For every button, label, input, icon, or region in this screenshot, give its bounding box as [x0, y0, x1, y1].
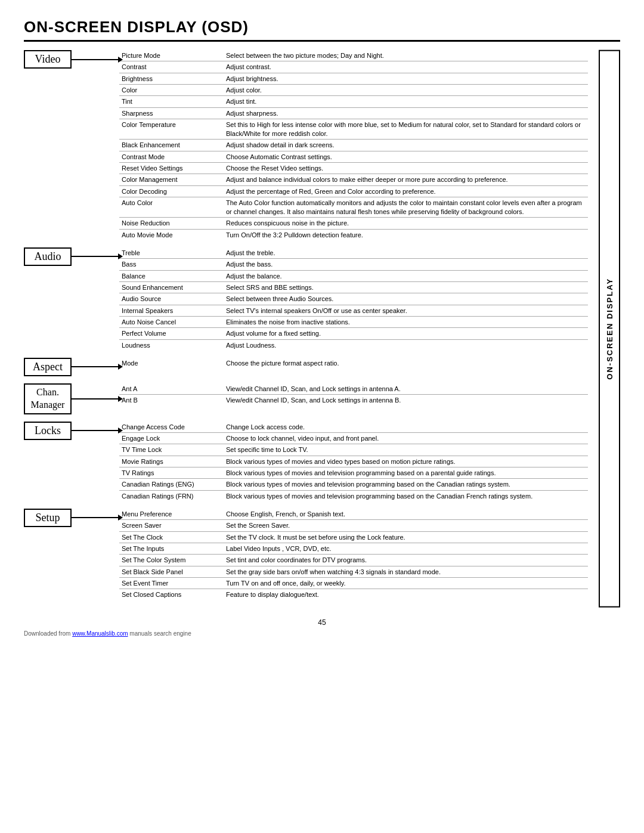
item-name: Auto Movie Mode [119, 229, 224, 240]
video-section: Video Picture ModeSelect between the two… [24, 50, 588, 240]
item-name: Set Closed Captions [119, 589, 224, 600]
table-row: Menu PreferenceChoose English, French, o… [119, 509, 588, 520]
table-row: Color TemperatureSet this to High for le… [119, 119, 588, 140]
table-row: Ant AView/edit Channel ID, Scan, and Loc… [119, 383, 588, 395]
table-row: TV RatingsBlock various types of movies … [119, 467, 588, 478]
item-desc: Adjust contrast. [224, 61, 588, 73]
item-desc: Set tint and color coordinates for DTV p… [224, 555, 588, 566]
table-row: Black EnhancementAdjust shadow detail in… [119, 140, 588, 151]
item-desc: Adjust and balance individual colors to … [224, 174, 588, 185]
item-desc: Label Video Inputs , VCR, DVD, etc. [224, 543, 588, 554]
item-name: Bass [119, 259, 224, 270]
item-name: Audio Source [119, 293, 224, 305]
video-table: Picture ModeSelect between the two pictu… [119, 50, 588, 240]
aspect-label-box: Aspect [24, 358, 72, 376]
item-desc: Set the TV clock. It must be set before … [224, 531, 588, 543]
footer-link[interactable]: www.Manualslib.com [72, 630, 128, 637]
setup-label-box: Setup [24, 509, 72, 527]
table-row: Contrast ModeChoose Automatic Contrast s… [119, 151, 588, 162]
setup-section: Setup Menu PreferenceChoose English, Fre… [24, 509, 588, 600]
item-desc: Adjust color. [224, 85, 588, 96]
item-desc: Turn On/Off the 3:2 Pulldown detection f… [224, 229, 588, 240]
item-name: Balance [119, 270, 224, 281]
chan-arrow [72, 398, 119, 400]
table-row: Change Access CodeChange Lock access cod… [119, 422, 588, 433]
table-row: ContrastAdjust contrast. [119, 61, 588, 73]
table-row: Canadian Ratings (ENG)Block various type… [119, 479, 588, 490]
item-name: Set Event Timer [119, 578, 224, 589]
table-row: Auto Movie ModeTurn On/Off the 3:2 Pulld… [119, 229, 588, 240]
table-row: LoudnessAdjust Loudness. [119, 339, 588, 351]
aspect-label: Aspect [33, 361, 63, 373]
setup-table: Menu PreferenceChoose English, French, o… [119, 509, 588, 600]
audio-items: TrebleAdjust the treble.BassAdjust the b… [119, 247, 588, 351]
table-row: TV Time LockSet specific time to Lock TV… [119, 444, 588, 456]
table-row: SharpnessAdjust sharpness. [119, 107, 588, 119]
content-area: Video Picture ModeSelect between the two… [24, 50, 599, 608]
item-name: TV Ratings [119, 467, 224, 478]
item-name: Change Access Code [119, 422, 224, 433]
item-desc: Select between three Audio Sources. [224, 293, 588, 305]
item-desc: The Auto Color function automatically mo… [224, 197, 588, 217]
table-row: Set The InputsLabel Video Inputs , VCR, … [119, 543, 588, 554]
setup-items: Menu PreferenceChoose English, French, o… [119, 509, 588, 600]
locks-label: Locks [35, 425, 61, 436]
item-name: Color Decoding [119, 185, 224, 197]
locks-section: Locks Change Access CodeChange Lock acce… [24, 422, 588, 501]
item-name: Color Management [119, 174, 224, 185]
table-row: Perfect VolumeAdjust volume for a fixed … [119, 328, 588, 339]
item-name: Set The Inputs [119, 543, 224, 554]
locks-items: Change Access CodeChange Lock access cod… [119, 422, 588, 501]
chan-label2: Manager [30, 399, 66, 411]
item-name: Color [119, 85, 224, 96]
item-name: Black Enhancement [119, 140, 224, 151]
chan-label: Chan. [30, 386, 66, 399]
table-row: Noise ReductionReduces conspicuous noise… [119, 218, 588, 229]
table-row: Color ManagementAdjust and balance indiv… [119, 174, 588, 185]
item-desc: Block various types of movies and televi… [224, 490, 588, 501]
audio-label-box: Audio [24, 247, 72, 266]
item-desc: Adjust the balance. [224, 270, 588, 281]
table-row: Movie RatingsBlock various types of movi… [119, 456, 588, 467]
aspect-items: ModeChoose the picture format aspect rat… [119, 358, 588, 368]
item-desc: Adjust sharpness. [224, 107, 588, 119]
item-desc: Adjust shadow detail in dark screens. [224, 140, 588, 151]
setup-label-col: Setup [24, 509, 119, 527]
video-label-box: Video [24, 50, 72, 69]
table-row: Internal SpeakersSelect TV's internal sp… [119, 305, 588, 316]
item-name: Auto Noise Cancel [119, 316, 224, 327]
item-desc: Adjust volume for a fixed setting. [224, 328, 588, 339]
table-row: Set The ClockSet the TV clock. It must b… [119, 531, 588, 543]
table-row: Set Closed CaptionsFeature to display di… [119, 589, 588, 600]
page-title: ON-SCREEN DISPLAY (OSD) [24, 18, 620, 36]
item-name: Picture Mode [119, 50, 224, 61]
item-name: Sound Enhancement [119, 281, 224, 293]
setup-arrow [72, 517, 119, 518]
item-desc: Choose the picture format aspect ratio. [224, 358, 588, 368]
audio-table: TrebleAdjust the treble.BassAdjust the b… [119, 247, 588, 351]
item-desc: Select between the two picture modes; Da… [224, 50, 588, 61]
item-desc: Choose Automatic Contrast settings. [224, 151, 588, 162]
table-row: Engage LockChoose to lock channel, video… [119, 432, 588, 444]
item-name: Ant A [119, 383, 224, 395]
item-name: Contrast Mode [119, 151, 224, 162]
table-row: Ant BView/edit Channel ID, Scan, and Loc… [119, 395, 588, 406]
table-row: Auto Noise CancelEliminates the noise fr… [119, 316, 588, 327]
item-name: Tint [119, 96, 224, 107]
setup-label: Setup [35, 512, 60, 524]
aspect-section: Aspect ModeChoose the picture format asp… [24, 358, 588, 376]
item-name: Ant B [119, 395, 224, 406]
item-name: Menu Preference [119, 509, 224, 520]
chan-items: Ant AView/edit Channel ID, Scan, and Loc… [119, 383, 588, 406]
table-row: Reset Video SettingsChoose the Reset Vid… [119, 162, 588, 174]
audio-label-col: Audio [24, 247, 119, 266]
aspect-table: ModeChoose the picture format aspect rat… [119, 358, 588, 368]
footer-source: Downloaded from www.Manualslib.com manua… [24, 630, 620, 637]
video-label-col: Video [24, 50, 119, 69]
video-arrow [72, 59, 119, 60]
item-name: Canadian Ratings (ENG) [119, 479, 224, 490]
item-name: Perfect Volume [119, 328, 224, 339]
chan-table: Ant AView/edit Channel ID, Scan, and Loc… [119, 383, 588, 406]
item-desc: Adjust Loudness. [224, 339, 588, 351]
item-desc: View/edit Channel ID, Scan, and Lock set… [224, 383, 588, 395]
